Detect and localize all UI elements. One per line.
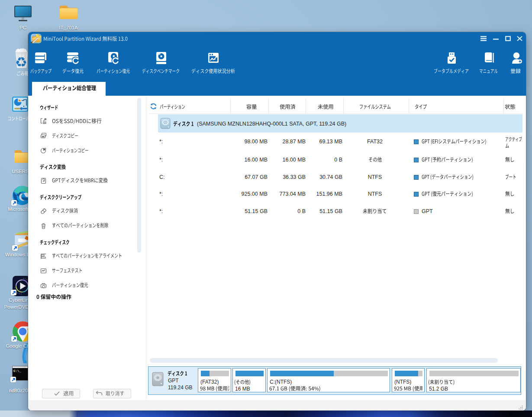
svg-text:C:\_: C:\_ (13, 369, 22, 373)
